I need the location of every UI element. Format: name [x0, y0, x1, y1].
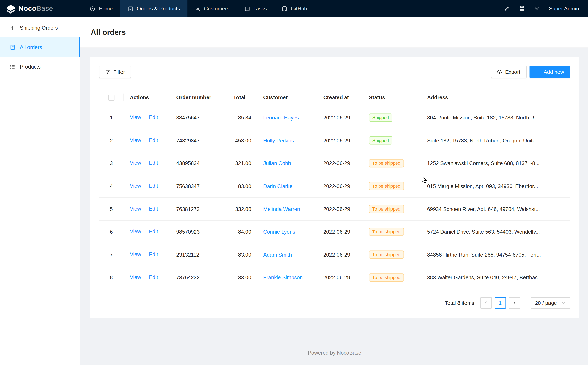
file-icon — [10, 44, 15, 50]
row-actions: ViewEdit — [124, 152, 170, 175]
action-divider — [145, 161, 145, 166]
content-area: Filter Export — [80, 48, 588, 365]
sidebar-item-all-orders[interactable]: All orders — [0, 37, 80, 57]
total-cell: 321.00 — [227, 152, 257, 175]
status-badge: To be shipped — [369, 227, 404, 236]
filter-button[interactable]: Filter — [99, 66, 131, 78]
total-cell: 83.00 — [227, 243, 257, 266]
view-link[interactable]: View — [130, 183, 141, 189]
view-link[interactable]: View — [130, 206, 141, 212]
customer-cell: Julian Cobb — [257, 152, 317, 175]
status-badge: Shipped — [369, 136, 392, 144]
nav-item-home[interactable]: Home — [82, 0, 120, 17]
table-toolbar: Filter Export — [99, 66, 570, 78]
view-link[interactable]: View — [130, 274, 141, 280]
gear-icon[interactable] — [531, 3, 543, 15]
toolbar-right: Export Add new — [491, 66, 570, 78]
export-icon — [497, 69, 502, 75]
pagination-page-1[interactable]: 1 — [494, 297, 506, 308]
address-cell: 383 Walter Gardens, Suite 040, 24947, Be… — [421, 266, 570, 289]
customer-link[interactable]: Leonard Hayes — [263, 114, 299, 120]
pagination-total: Total 8 items — [445, 300, 474, 306]
view-link[interactable]: View — [130, 114, 141, 120]
edit-link[interactable]: Edit — [149, 206, 158, 212]
table-row: 8 ViewEdit 73764232 33.00 Frankie Simpso… — [99, 266, 570, 289]
status-cell: To be shipped — [363, 220, 421, 243]
status-cell: To be shipped — [363, 152, 421, 175]
order-number-cell: 74829847 — [170, 129, 227, 152]
total-cell: 33.00 — [227, 266, 257, 289]
action-divider — [145, 207, 145, 212]
action-divider — [145, 275, 145, 281]
edit-link[interactable]: Edit — [149, 229, 158, 234]
list-icon — [10, 64, 15, 69]
main-nav: Home Orders & Products Customers Tasks — [82, 0, 315, 17]
order-number-cell: 98570923 — [170, 220, 227, 243]
edit-link[interactable]: Edit — [149, 160, 158, 166]
view-link[interactable]: View — [130, 137, 141, 143]
user-menu[interactable]: Super Admin — [549, 6, 579, 11]
column-header-created-at: Created at — [317, 89, 363, 106]
status-cell: Shipped — [363, 129, 421, 152]
customer-link[interactable]: Darin Clarke — [263, 183, 292, 189]
customer-link[interactable]: Frankie Simpson — [263, 274, 303, 280]
customer-link[interactable]: Connie Lyons — [263, 229, 295, 234]
sidebar-item-shipping-orders[interactable]: Shipping Orders — [0, 18, 80, 37]
table-row: 5 ViewEdit 76381273 332.00 Melinda Warre… — [99, 197, 570, 220]
nocobase-logo[interactable]: NocoBase — [0, 0, 58, 17]
row-index: 7 — [99, 243, 124, 266]
created-at-cell: 2022-06-29 — [317, 175, 363, 197]
export-button[interactable]: Export — [491, 66, 526, 78]
customer-cell: Darin Clarke — [257, 175, 317, 197]
nav-item-orders-products[interactable]: Orders & Products — [120, 0, 188, 17]
address-cell: 015 Margie Mission, Apt. 093, 34936, Ebe… — [421, 175, 570, 197]
nav-item-tasks[interactable]: Tasks — [237, 0, 274, 17]
view-link[interactable]: View — [130, 160, 141, 166]
address-cell: Suite 182, 15783, North Robert, Oregon, … — [421, 129, 570, 152]
filter-button-label: Filter — [113, 69, 125, 75]
column-header-total: Total — [227, 89, 257, 106]
row-actions: ViewEdit — [124, 266, 170, 289]
select-all-checkbox[interactable] — [108, 95, 114, 101]
app: NocoBase Home Orders & Products Customer… — [0, 0, 588, 365]
customer-link[interactable]: Julian Cobb — [263, 160, 291, 166]
page-size-select[interactable]: 20 / page — [530, 297, 570, 308]
status-badge: To be shipped — [369, 182, 404, 190]
edit-link[interactable]: Edit — [149, 114, 158, 120]
row-actions: ViewEdit — [124, 129, 170, 152]
status-cell: To be shipped — [363, 197, 421, 220]
brand-text: NocoBase — [18, 5, 53, 13]
edit-link[interactable]: Edit — [149, 274, 158, 280]
customer-link[interactable]: Holly Perkins — [263, 137, 294, 143]
highlighter-icon[interactable] — [501, 3, 513, 15]
column-header-address: Address — [421, 89, 570, 106]
address-cell: 69934 Schoen River, Apt. 646, 49704, Wal… — [421, 197, 570, 220]
action-divider — [145, 138, 145, 143]
add-new-button[interactable]: Add new — [530, 66, 570, 78]
view-link[interactable]: View — [130, 252, 141, 257]
order-number-cell: 75638347 — [170, 175, 227, 197]
sidebar-item-label: Shipping Orders — [20, 25, 58, 31]
row-index: 8 — [99, 266, 124, 289]
edit-link[interactable]: Edit — [149, 137, 158, 143]
customer-link[interactable]: Adam Smith — [263, 252, 292, 257]
view-link[interactable]: View — [130, 229, 141, 234]
created-at-cell: 2022-06-29 — [317, 152, 363, 175]
edit-link[interactable]: Edit — [149, 252, 158, 257]
nav-item-label: Orders & Products — [137, 6, 180, 11]
created-at-cell: 2022-06-29 — [317, 129, 363, 152]
created-at-cell: 2022-06-29 — [317, 243, 363, 266]
order-number-cell: 23132112 — [170, 243, 227, 266]
blocks-icon[interactable] — [516, 3, 528, 15]
nav-item-github[interactable]: GitHub — [274, 0, 315, 17]
edit-link[interactable]: Edit — [149, 183, 158, 189]
sidebar-item-products[interactable]: Products — [0, 57, 80, 76]
layout: Shipping Orders All orders Products — [0, 17, 588, 365]
customer-link[interactable]: Melinda Warren — [263, 206, 300, 212]
pagination-next-button[interactable] — [509, 297, 520, 308]
orders-table: Actions Order number Total Customer Crea… — [99, 89, 570, 289]
pagination-prev-button[interactable] — [480, 297, 492, 308]
column-header-actions: Actions — [124, 89, 170, 106]
nav-item-customers[interactable]: Customers — [188, 0, 237, 17]
nocobase-logo-icon — [6, 4, 15, 13]
